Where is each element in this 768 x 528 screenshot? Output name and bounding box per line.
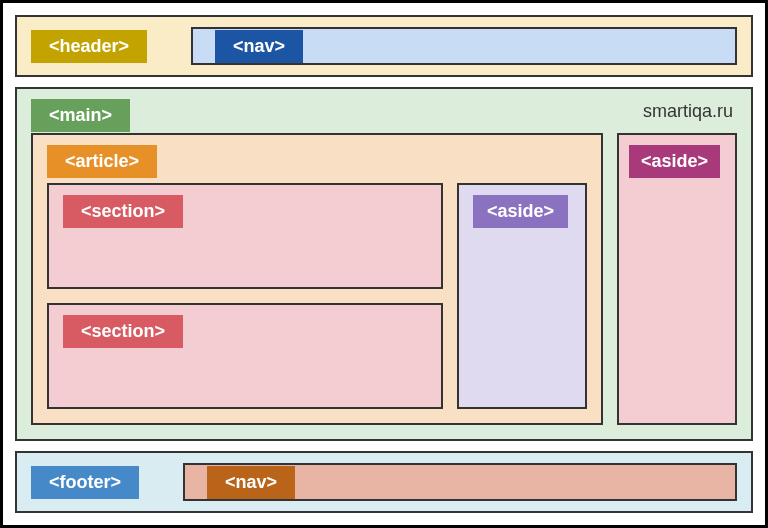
section-block: <section> — [47, 303, 443, 409]
sections-column: <section> <section> — [47, 183, 443, 409]
footer-nav-tag: <nav> — [207, 466, 295, 499]
main-tag: <main> — [31, 99, 130, 132]
section-tag: <section> — [63, 195, 183, 228]
page-layout-diagram: <header> <nav> <main> smartiqa.ru <artic… — [0, 0, 768, 528]
footer-tag: <footer> — [31, 466, 139, 499]
header-tag: <header> — [31, 30, 147, 63]
article-aside-block: <aside> — [457, 183, 587, 409]
main-block: <main> smartiqa.ru <article> <section> <… — [15, 87, 753, 441]
main-aside-block: <aside> — [617, 133, 737, 425]
watermark: smartiqa.ru — [643, 101, 733, 122]
article-block: <article> <section> <section> <aside> — [31, 133, 603, 425]
article-tag: <article> — [47, 145, 157, 178]
header-block: <header> <nav> — [15, 15, 753, 77]
article-aside-tag: <aside> — [473, 195, 568, 228]
main-aside-tag: <aside> — [629, 145, 720, 178]
section-tag: <section> — [63, 315, 183, 348]
section-block: <section> — [47, 183, 443, 289]
header-nav-tag: <nav> — [215, 30, 303, 63]
footer-block: <footer> <nav> — [15, 451, 753, 513]
footer-nav-block: <nav> — [183, 463, 737, 501]
header-nav-block: <nav> — [191, 27, 737, 65]
